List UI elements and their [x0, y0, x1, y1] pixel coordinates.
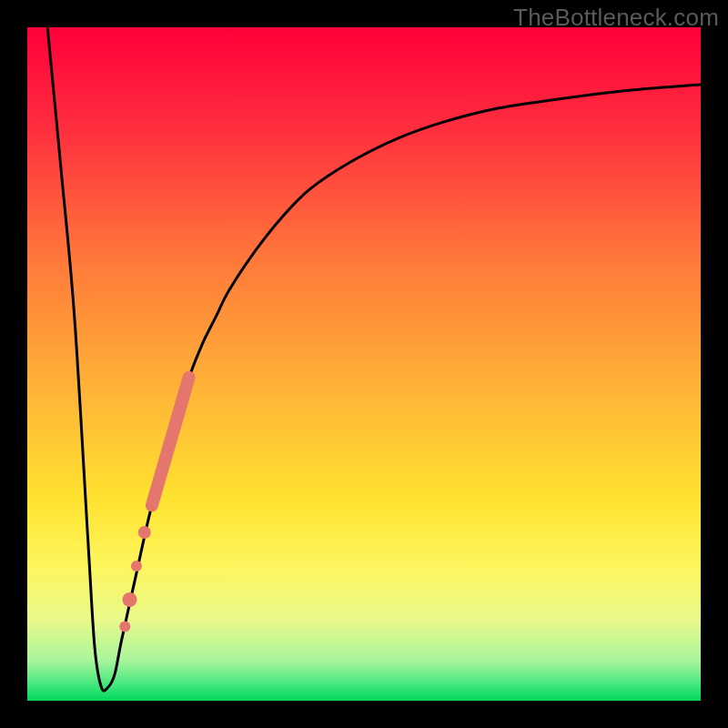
- highlight-dot: [138, 526, 151, 539]
- chart-frame: TheBottleneck.com: [0, 0, 728, 728]
- highlight-dot: [131, 561, 142, 571]
- bottleneck-chart: [27, 27, 701, 701]
- plot-area: [27, 27, 701, 701]
- highlight-dot: [119, 622, 130, 632]
- highlight-dot: [122, 592, 136, 607]
